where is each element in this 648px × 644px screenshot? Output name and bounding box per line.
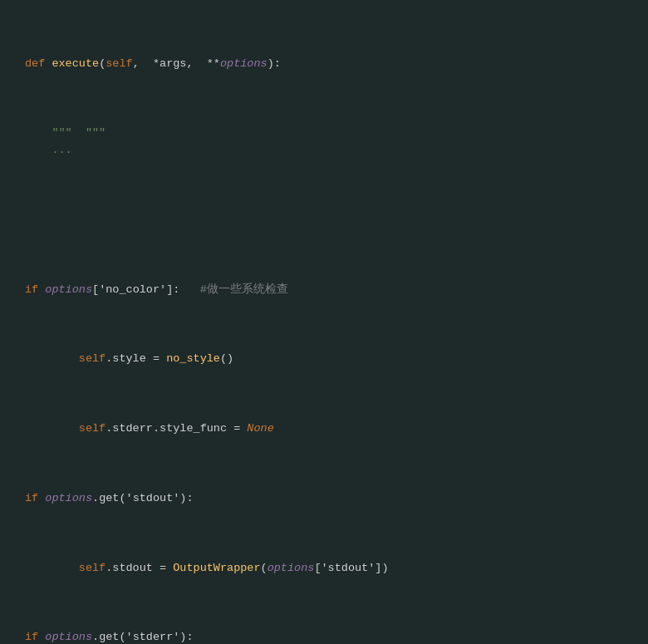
code-line: if options.get('stderr'): xyxy=(0,629,648,644)
code-line: self.stderr.style_func = None xyxy=(0,420,648,438)
keyword: def xyxy=(25,57,52,70)
code-line: if options['no_color']: #做一些系统检查 xyxy=(0,282,648,299)
code-editor: def execute(self, *args, **options): """… xyxy=(0,0,648,644)
code-line: self.stdout = OutputWrapper(options['std… xyxy=(0,560,648,578)
top-code-section: def execute(self, *args, **options): """… xyxy=(0,0,648,644)
code-line: self.style = no_style() xyxy=(0,351,648,368)
code-line: def execute(self, *args, **options): xyxy=(0,56,648,73)
code-line: """ """ ... xyxy=(0,125,648,160)
code-line: if options.get('stdout'): xyxy=(0,490,648,508)
code-line xyxy=(0,212,648,229)
function-name: execute xyxy=(52,57,99,70)
